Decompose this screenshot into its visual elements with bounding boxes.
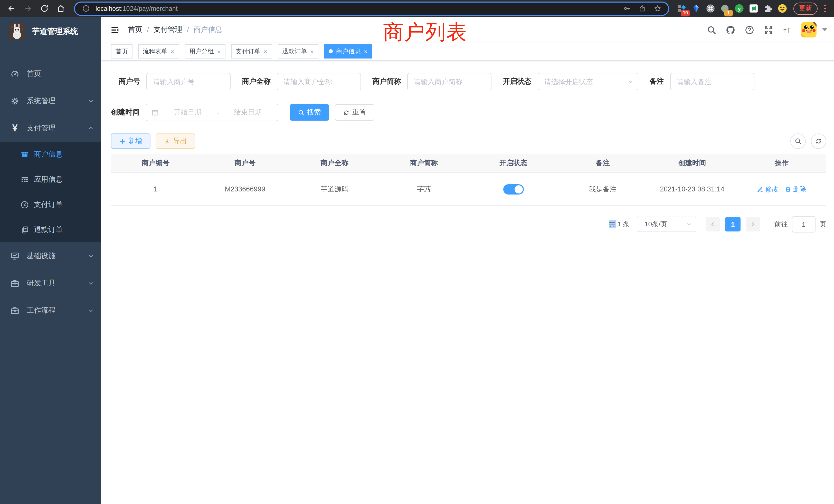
date-range-picker[interactable]: 开始日期 - 结束日期 bbox=[146, 104, 278, 121]
page-number-1[interactable]: 1 bbox=[725, 217, 741, 231]
extension-session-icon[interactable]: 1 bbox=[719, 2, 731, 15]
tab-pay-order[interactable]: 支付订单 bbox=[231, 44, 272, 59]
field-label: 商户全称 bbox=[242, 77, 271, 86]
goto-page-input[interactable] bbox=[792, 216, 815, 232]
store-icon bbox=[21, 150, 29, 158]
sidebar-logo[interactable]: 芋道管理系统 bbox=[0, 17, 101, 46]
active-dot bbox=[329, 49, 333, 53]
close-icon[interactable] bbox=[171, 48, 174, 54]
breadcrumb-separator: / bbox=[187, 26, 189, 34]
sidebar-item-system[interactable]: 系统管理 bbox=[0, 87, 101, 114]
reload-icon[interactable] bbox=[37, 1, 51, 16]
sidebar-item-label: 支付管理 bbox=[27, 123, 88, 133]
merchant-short-name-input[interactable] bbox=[407, 73, 491, 90]
browser-toolbar: localhost:1024/pay/merchant 10 1 bbox=[0, 0, 834, 17]
refresh-button[interactable] bbox=[811, 134, 826, 149]
close-icon[interactable] bbox=[263, 48, 267, 54]
tags-view: 首页 流程表单 用户分组 支付订单 bbox=[101, 43, 834, 61]
next-page-button[interactable] bbox=[746, 217, 760, 231]
col-header: 商户全称 bbox=[290, 154, 379, 173]
tab-process-form[interactable]: 流程表单 bbox=[138, 44, 179, 59]
extension-grid-icon[interactable]: 10 bbox=[675, 2, 688, 15]
edit-link[interactable]: 修改 bbox=[757, 184, 778, 194]
reset-button-label: 重置 bbox=[352, 108, 366, 117]
page-size-select[interactable]: 10条/页 bbox=[637, 216, 696, 232]
search-button-label: 搜索 bbox=[307, 108, 321, 117]
profile-emoji-icon[interactable] bbox=[776, 2, 788, 15]
sidebar-item-label: 首页 bbox=[27, 69, 94, 78]
search-icon[interactable] bbox=[706, 25, 717, 35]
breadcrumb-item[interactable]: 支付管理 bbox=[154, 25, 182, 35]
extension-doc-icon[interactable] bbox=[747, 2, 760, 15]
extension-command-icon[interactable] bbox=[704, 2, 717, 15]
merchant-no-input[interactable] bbox=[146, 73, 231, 90]
password-key-icon[interactable] bbox=[621, 3, 632, 14]
delete-link[interactable]: 删除 bbox=[785, 184, 806, 194]
status-select[interactable] bbox=[538, 73, 638, 90]
remark-input[interactable] bbox=[670, 73, 754, 90]
extension-y-icon[interactable]: y bbox=[733, 2, 745, 15]
close-icon[interactable] bbox=[310, 48, 314, 54]
sidebar-item-app-info[interactable]: 应用信息 bbox=[0, 167, 101, 192]
sidebar-item-dev-tools[interactable]: 研发工具 bbox=[0, 270, 101, 297]
sidebar-item-label: 研发工具 bbox=[27, 278, 88, 288]
fullscreen-icon[interactable] bbox=[763, 25, 773, 35]
avatar-caret-icon[interactable] bbox=[822, 28, 827, 31]
toggle-search-button[interactable] bbox=[790, 134, 806, 149]
reset-button[interactable]: 重置 bbox=[335, 104, 374, 121]
delete-label: 删除 bbox=[793, 184, 806, 194]
svg-text:y: y bbox=[738, 6, 741, 12]
site-info-icon[interactable] bbox=[80, 3, 91, 14]
sidebar-item-merchant-info[interactable]: 商户信息 bbox=[0, 142, 101, 167]
filter-merchant-short-name: 商户简称 bbox=[372, 73, 491, 90]
extensions-puzzle-icon[interactable] bbox=[762, 2, 774, 15]
share-icon[interactable] bbox=[636, 3, 648, 14]
user-avatar[interactable] bbox=[801, 22, 816, 38]
tab-user-group[interactable]: 用户分组 bbox=[184, 44, 225, 59]
cell-remark: 我是备注 bbox=[558, 173, 647, 206]
url-host: localhost bbox=[95, 5, 121, 12]
browser-menu-icon[interactable] bbox=[822, 5, 829, 13]
col-header: 操作 bbox=[737, 154, 826, 173]
sidebar-item-pay-order[interactable]: ¥ 支付订单 bbox=[0, 192, 101, 217]
search-button[interactable]: 搜索 bbox=[290, 104, 329, 121]
prev-page-button[interactable] bbox=[706, 217, 720, 231]
field-label: 开启状态 bbox=[503, 77, 531, 86]
back-icon[interactable] bbox=[4, 1, 19, 16]
breadcrumb: 首页 / 支付管理 / 商户信息 bbox=[128, 25, 222, 35]
status-toggle[interactable] bbox=[503, 184, 524, 194]
goto-suffix: 页 bbox=[820, 220, 826, 229]
merchant-full-name-input[interactable] bbox=[277, 73, 361, 90]
close-icon[interactable] bbox=[217, 48, 221, 54]
extension-badge: 10 bbox=[681, 9, 690, 16]
pagination-total: 共 1 条 bbox=[609, 220, 630, 229]
sidebar-item-label: 工作流程 bbox=[27, 306, 88, 315]
tab-label: 首页 bbox=[115, 47, 128, 56]
tab-label: 流程表单 bbox=[143, 47, 168, 56]
tab-merchant-info[interactable]: 商户信息 bbox=[324, 44, 372, 59]
font-size-icon[interactable]: TT bbox=[782, 25, 792, 35]
forward-icon[interactable] bbox=[21, 1, 35, 16]
sidebar-item-workflow[interactable]: 工作流程 bbox=[0, 297, 101, 324]
url-bar[interactable]: localhost:1024/pay/merchant bbox=[74, 1, 669, 16]
add-button[interactable]: 新增 bbox=[111, 134, 151, 149]
export-button[interactable]: 导出 bbox=[156, 134, 195, 149]
merchant-table: 商户编号 商户号 商户全称 商户简称 开启状态 备注 创建时间 操作 1 bbox=[111, 154, 826, 206]
tab-refund-order[interactable]: 退款订单 bbox=[278, 44, 319, 59]
tab-home[interactable]: 首页 bbox=[111, 44, 132, 59]
breadcrumb-item[interactable]: 首页 bbox=[128, 25, 142, 35]
github-icon[interactable] bbox=[725, 25, 736, 35]
sidebar-item-pay[interactable]: ¥ 支付管理 bbox=[0, 114, 101, 142]
extension-gem-icon[interactable] bbox=[690, 2, 702, 15]
bookmark-star-icon[interactable] bbox=[652, 3, 663, 14]
close-icon[interactable] bbox=[364, 48, 368, 54]
sidebar-fold-icon[interactable] bbox=[109, 25, 120, 35]
url-text[interactable]: localhost:1024/pay/merchant bbox=[95, 5, 178, 12]
sidebar-item-home[interactable]: 首页 bbox=[0, 60, 101, 87]
tab-label: 支付订单 bbox=[236, 47, 260, 56]
sidebar-item-refund-order[interactable]: 退款订单 bbox=[0, 217, 101, 242]
chrome-update-button[interactable]: 更新 bbox=[793, 2, 817, 15]
home-icon[interactable] bbox=[53, 1, 68, 16]
help-icon[interactable] bbox=[744, 25, 754, 35]
sidebar-item-infra[interactable]: 基础设施 bbox=[0, 242, 101, 270]
